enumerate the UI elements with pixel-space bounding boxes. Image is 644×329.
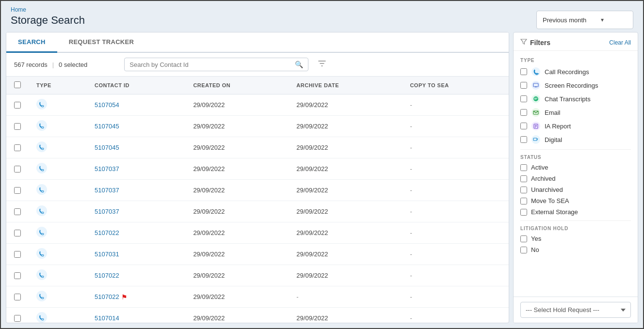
checkbox-call-recordings[interactable]	[520, 68, 527, 75]
row-checkbox-2[interactable]	[14, 144, 21, 151]
created-on-cell: 29/09/2022	[185, 222, 289, 244]
col-copy-to-sea: COPY TO SEA	[402, 77, 509, 94]
select-all-checkbox[interactable]	[14, 81, 21, 88]
table-row: 510703729/09/202229/09/2022-	[6, 158, 509, 180]
digital-label: Digital	[545, 136, 562, 143]
svg-point-19	[531, 108, 540, 117]
row-checkbox-9[interactable]	[14, 294, 21, 300]
copy-to-sea-cell: -	[402, 222, 509, 244]
row-checkbox-3[interactable]	[14, 166, 21, 172]
filter-icon[interactable]	[318, 60, 326, 69]
filter-screen-recordings: Screen Recordings	[520, 80, 631, 90]
row-checkbox-1[interactable]	[14, 123, 21, 130]
period-dropdown[interactable]: Previous month ▾	[536, 11, 633, 29]
filter-move-to-sea: Move To SEA	[520, 197, 631, 204]
search-input[interactable]	[129, 61, 291, 68]
checkbox-external-storage[interactable]	[520, 209, 527, 216]
type-cell	[29, 137, 87, 158]
checkbox-active[interactable]	[520, 164, 527, 171]
checkbox-chat-transcripts[interactable]	[520, 95, 527, 102]
tab-search[interactable]: SEARCH	[6, 32, 57, 53]
call-recordings-icon	[531, 67, 541, 77]
contact-id-cell: 5107037	[87, 201, 185, 222]
search-icon: 🔍	[295, 61, 303, 68]
type-cell	[29, 201, 87, 222]
yes-label: Yes	[531, 235, 541, 242]
created-on-cell: 29/09/2022	[185, 158, 289, 180]
contact-id-cell: 5107037	[87, 180, 185, 201]
archive-date-cell: 29/09/2022	[289, 116, 402, 137]
checkbox-yes[interactable]	[520, 235, 527, 242]
contact-id-cell: 5107037	[87, 158, 185, 180]
svg-point-12	[531, 67, 540, 76]
data-table-container: TYPE CONTACT ID CREATED ON ARCHIVE DATE …	[6, 77, 509, 323]
unarchived-label: Unarchived	[531, 186, 563, 193]
clear-all-button[interactable]: Clear All	[609, 39, 631, 46]
chat-transcripts-label: Chat Transcripts	[545, 95, 591, 103]
checkbox-unarchived[interactable]	[520, 187, 527, 193]
page-title: Storage Search	[11, 14, 85, 27]
type-cell	[29, 308, 87, 323]
checkbox-archived[interactable]	[520, 175, 527, 182]
row-checkbox-10[interactable]	[14, 315, 21, 322]
type-cell	[29, 265, 87, 286]
col-checkbox	[6, 77, 29, 94]
copy-to-sea-cell: -	[402, 180, 509, 201]
filter-yes: Yes	[520, 235, 631, 242]
table-row: 510703729/09/202229/09/2022-	[6, 201, 509, 222]
breadcrumb[interactable]: Home	[11, 6, 26, 13]
search-box[interactable]: 🔍	[124, 58, 308, 71]
filter-ia-report: IA Report	[520, 121, 631, 131]
svg-point-10	[36, 312, 47, 323]
chevron-down-icon: ▾	[601, 16, 604, 23]
table-row: 510703129/09/202229/09/2022-	[6, 244, 509, 265]
records-info: 567 records | 0 selected	[14, 61, 87, 68]
table-row: 510702229/09/202229/09/2022-	[6, 265, 509, 286]
contact-id-cell: 5107031	[87, 244, 185, 265]
hold-request-select[interactable]: --- Select Hold Request ---	[520, 302, 631, 318]
status-section-label: STATUS	[520, 155, 631, 160]
filter-no: No	[520, 246, 631, 253]
archive-date-cell: 29/09/2022	[289, 308, 402, 323]
row-checkbox-4[interactable]	[14, 187, 21, 194]
table-row: 510701429/09/202229/09/2022-	[6, 308, 509, 323]
svg-point-1	[36, 120, 47, 131]
selected-count: 0 selected	[59, 61, 87, 68]
row-checkbox-7[interactable]	[14, 251, 21, 258]
hold-request-section: --- Select Hold Request ---	[514, 297, 638, 323]
copy-to-sea-cell: -	[402, 265, 509, 286]
table-toolbar: 567 records | 0 selected 🔍	[6, 53, 509, 77]
type-cell	[29, 222, 87, 244]
svg-point-0	[36, 99, 47, 110]
archive-date-cell: 29/09/2022	[289, 265, 402, 286]
active-label: Active	[531, 164, 548, 171]
archive-date-cell: -	[289, 286, 402, 308]
checkbox-move-to-sea[interactable]	[520, 198, 527, 204]
checkbox-screen-recordings[interactable]	[520, 82, 527, 89]
archive-date-cell: 29/09/2022	[289, 158, 402, 180]
checkbox-ia-report[interactable]	[520, 123, 527, 129]
copy-to-sea-cell: -	[402, 286, 509, 308]
records-count: 567 records	[14, 61, 48, 68]
period-label: Previous month	[543, 16, 586, 24]
checkbox-email[interactable]	[520, 109, 527, 116]
type-cell	[29, 180, 87, 201]
copy-to-sea-cell: -	[402, 308, 509, 323]
archive-date-cell: 29/09/2022	[289, 222, 402, 244]
copy-to-sea-cell: -	[402, 244, 509, 265]
svg-point-6	[36, 227, 47, 237]
row-checkbox-6[interactable]	[14, 230, 21, 236]
row-checkbox-8[interactable]	[14, 272, 21, 279]
type-cell	[29, 116, 87, 137]
litigation-section-label: LITIGATION HOLD	[520, 226, 631, 231]
contact-id-cell: 5107045	[87, 137, 185, 158]
checkbox-digital[interactable]	[520, 136, 527, 143]
chat-transcripts-icon	[531, 94, 541, 104]
col-created-on: CREATED ON	[185, 77, 289, 94]
archived-label: Archived	[531, 175, 556, 182]
tab-request-tracker[interactable]: REQUEST TRACKER	[57, 32, 146, 53]
row-checkbox-5[interactable]	[14, 208, 21, 215]
checkbox-no[interactable]	[520, 247, 527, 253]
row-checkbox-0[interactable]	[14, 102, 21, 109]
external-storage-label: External Storage	[531, 208, 578, 216]
